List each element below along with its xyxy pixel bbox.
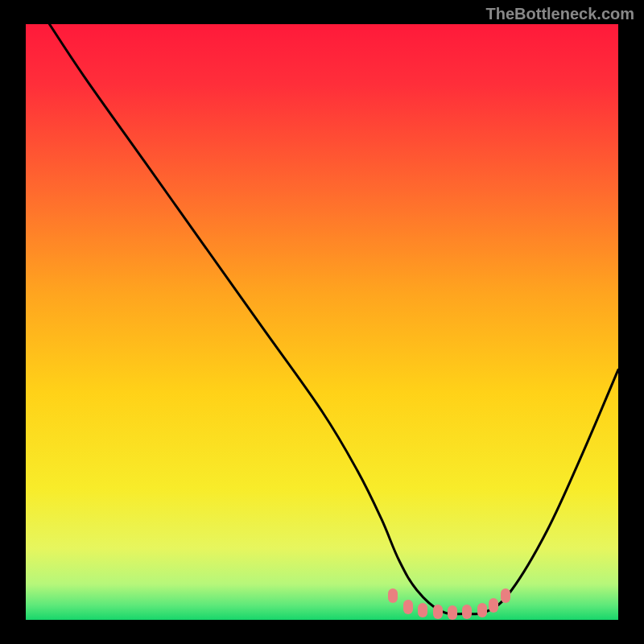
data-marker xyxy=(403,600,413,614)
data-marker xyxy=(448,605,457,620)
data-marker xyxy=(388,588,398,603)
data-marker xyxy=(489,598,498,613)
data-marker xyxy=(477,603,487,617)
data-marker xyxy=(418,603,427,617)
plot-area xyxy=(26,24,618,620)
watermark-text: TheBottleneck.com xyxy=(486,5,634,23)
data-marker xyxy=(501,588,510,603)
data-marker xyxy=(433,605,443,619)
data-marker xyxy=(462,605,472,619)
markers-layer xyxy=(26,24,618,620)
